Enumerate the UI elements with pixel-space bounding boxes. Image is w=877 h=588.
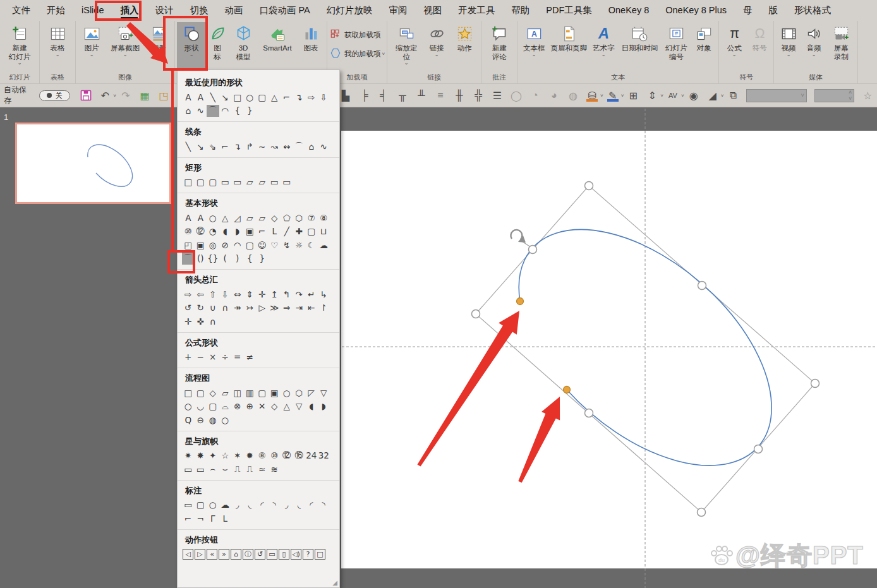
shape-cell[interactable]: ▭ [182,463,195,476]
align-top-icon[interactable]: ╥ [394,88,411,103]
shape-cell[interactable]: ⑧ [318,212,330,224]
shape-cell[interactable]: ⎍ [231,463,244,476]
shape-cell[interactable]: ⬠ [281,212,293,224]
ribbon-button-shapes[interactable]: 形状⌄ [177,22,206,70]
shape-cell[interactable]: ▭ [231,176,244,189]
shape-cell[interactable]: ╱ [281,225,293,238]
shape-cell[interactable]: ▢ [195,387,207,399]
shape-cell[interactable]: ◁ [183,549,193,560]
shape-cell[interactable]: ◝ [269,499,281,512]
shape-cell[interactable]: ⌐ [219,140,232,153]
shape-cell[interactable]: ▷ [195,549,205,560]
menu-tab-15[interactable]: OneKey 8 Plus [657,0,735,21]
presenter-icon[interactable]: ⊞ [625,88,641,103]
ribbon-button-record[interactable]: 屏幕录制 [826,22,856,70]
shape-cell[interactable]: ⌒ [207,105,219,117]
shape-cell[interactable]: ▱ [256,176,269,189]
shape-cell[interactable]: ⑩ [182,225,195,238]
shape-cell[interactable]: ↥ [269,288,281,301]
shape-cell[interactable]: ⇩ [318,91,330,104]
shape-cell[interactable]: A [195,212,207,224]
shape-cell[interactable]: ∿ [195,105,207,117]
ribbon-button-object[interactable]: 对象 [691,22,717,70]
shape-cell[interactable]: ○ [219,414,232,426]
shape-cell[interactable]: ▭ [182,499,195,512]
shape-cell[interactable]: ☺ [256,239,269,251]
menu-tab-14[interactable]: OneKey 8 [600,0,658,21]
shape-cell[interactable]: ◎ [207,239,219,251]
shape-cell[interactable]: ◫ [231,387,244,399]
menu-tab-12[interactable]: 帮助 [503,0,538,21]
shape-cell[interactable]: ⑫ [195,225,207,238]
shape-cell[interactable]: ⌂ [305,140,318,153]
ribbon-button-model3d[interactable]: 3D模型 [229,22,258,70]
shape-cell[interactable]: ⎍ [244,463,257,476]
shape-cell[interactable]: ▱ [244,212,257,224]
shape-cell[interactable]: ⇦ [195,288,207,301]
shape-cell[interactable]: ⬡ [293,212,306,224]
shape-cell[interactable]: ◰ [182,239,195,251]
shape-cell[interactable]: ○ [281,387,293,399]
shape-cell[interactable]: ↳ [318,288,330,301]
shape-cell[interactable]: ≈ [256,463,269,476]
shape-cell[interactable]: « [207,549,217,560]
save-icon[interactable] [78,88,94,103]
favorite-star-icon[interactable]: ☆ [859,88,876,103]
shape-cell[interactable]: ⇩ [219,288,232,301]
ribbon-button-wordart[interactable]: A艺术字⌄ [589,22,618,70]
shape-cell[interactable]: ⌓ [219,400,232,413]
shape-cell[interactable]: □ [231,91,244,104]
fill-color-icon[interactable]: ⛁ [584,88,600,103]
menu-tab-5[interactable]: 切换 [181,0,216,21]
shape-cell[interactable]: ⊔ [318,225,330,238]
shape-cell[interactable]: ▢ [195,176,207,189]
align-left-icon[interactable]: ╞ [356,88,373,103]
shape-cell[interactable]: Γ [207,512,219,525]
shape-cell[interactable]: ≋ [269,463,281,476]
ribbon-button-video[interactable]: 视频⌄ [776,22,801,70]
shape-cell[interactable]: ◠ [231,239,244,251]
shape-cell[interactable]: ◁) [291,549,301,560]
merge-combine-icon[interactable]: ◔ [527,88,543,103]
shape-cell[interactable]: ⑦ [305,212,318,224]
shape-cell[interactable]: ☆ [219,450,232,462]
shape-cell[interactable]: ▭ [219,176,232,189]
shape-cell[interactable]: ✷ [182,450,195,462]
shape-cell[interactable]: ☾ [305,239,318,251]
ribbon-button-equation[interactable]: π公式⌄ [721,22,747,70]
shape-cell[interactable]: ▥ [244,387,257,399]
shape-cell[interactable]: ↵ [305,288,318,301]
shape-cell[interactable]: ⌂ [231,549,241,560]
shape-cell[interactable]: ∩ [219,302,232,315]
menu-tab-17[interactable]: 版 [761,0,787,21]
line-spacing-icon[interactable]: ⇕ [644,88,660,103]
shape-cell[interactable]: ◜ [256,499,269,512]
shape-cell[interactable]: ∼ [256,140,269,153]
shape-cell[interactable]: ▭ [281,176,293,189]
shape-cell[interactable]: ⊕ [244,400,257,413]
menu-tab-10[interactable]: 视图 [415,0,450,21]
shape-cell[interactable]: L [269,225,281,238]
shape-cell[interactable]: ↺ [182,302,195,315]
menu-tab-9[interactable]: 审阅 [380,0,415,21]
shape-cell[interactable]: ∪ [207,302,219,315]
shape-cell[interactable]: } [256,253,269,265]
shape-cell[interactable]: ◠ [219,105,232,117]
menu-tab-3[interactable]: 插入 [112,0,147,21]
shape-cell[interactable]: A [195,91,207,104]
shape-cell[interactable]: ✸ [195,450,207,462]
ribbon-button-chart[interactable]: 图表 [297,22,325,70]
distribute-h-icon[interactable]: ╫ [451,88,468,103]
shape-cell[interactable]: ▭ [195,463,207,476]
shape-cell[interactable]: ✶ [231,450,244,462]
undo-icon[interactable]: ↶ [97,88,113,103]
shape-cell[interactable]: ▱ [219,387,232,399]
ribbon-button-datetime[interactable]: 日期和时间 [618,22,661,70]
shape-cell[interactable]: ◸ [305,387,318,399]
shape-cell[interactable]: ∿ [318,140,330,153]
outline-color-icon[interactable]: ✎ [605,88,621,103]
menu-tab-0[interactable]: 文件 [4,0,39,21]
shape-cell[interactable]: ◞ [231,499,244,512]
shape-cell[interactable]: ↯ [281,239,293,251]
shape-cell[interactable]: ▭ [267,549,277,560]
